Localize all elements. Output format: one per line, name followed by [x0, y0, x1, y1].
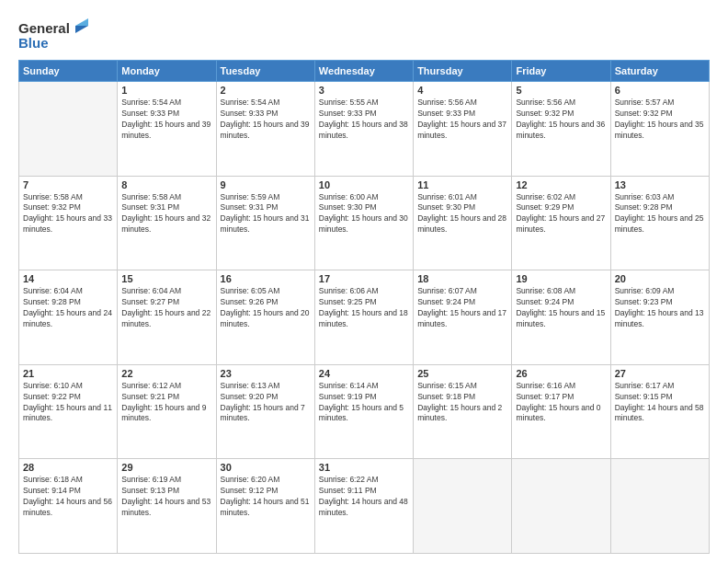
cell-info: Sunrise: 6:15 AMSunset: 9:18 PMDaylight:…: [417, 381, 507, 425]
cell-info: Sunrise: 6:00 AMSunset: 9:30 PMDaylight:…: [319, 192, 409, 236]
cell-info: Sunrise: 6:05 AMSunset: 9:26 PMDaylight:…: [221, 286, 311, 330]
day-number: 23: [221, 368, 311, 379]
weekday-sunday: Sunday: [19, 61, 118, 82]
calendar-row-1: 1Sunrise: 5:54 AMSunset: 9:33 PMDaylight…: [19, 82, 710, 177]
cell-info: Sunrise: 6:20 AMSunset: 9:12 PMDaylight:…: [221, 475, 311, 519]
calendar-cell: 31Sunrise: 6:22 AMSunset: 9:11 PMDayligh…: [314, 459, 413, 554]
calendar-cell: 29Sunrise: 6:19 AMSunset: 9:13 PMDayligh…: [118, 459, 216, 554]
logo-general: General: [18, 20, 70, 36]
header: General Blue: [18, 17, 710, 51]
weekday-wednesday: Wednesday: [314, 61, 413, 82]
cell-info: Sunrise: 6:04 AMSunset: 9:27 PMDaylight:…: [121, 286, 211, 330]
cell-info: Sunrise: 6:03 AMSunset: 9:28 PMDaylight:…: [615, 192, 705, 236]
cell-info: Sunrise: 6:12 AMSunset: 9:21 PMDaylight:…: [121, 381, 211, 425]
cell-info: Sunrise: 5:54 AMSunset: 9:33 PMDaylight:…: [221, 98, 311, 142]
day-number: 21: [23, 368, 113, 379]
calendar-cell: 11Sunrise: 6:01 AMSunset: 9:30 PMDayligh…: [414, 176, 512, 270]
day-number: 22: [121, 368, 211, 379]
calendar-cell: [512, 459, 610, 554]
day-number: 17: [319, 273, 409, 284]
calendar-cell: 15Sunrise: 6:04 AMSunset: 9:27 PMDayligh…: [118, 270, 216, 365]
logo: General Blue: [18, 17, 92, 51]
calendar-table: SundayMondayTuesdayWednesdayThursdayFrid…: [18, 60, 710, 554]
cell-info: Sunrise: 6:10 AMSunset: 9:22 PMDaylight:…: [23, 381, 113, 425]
day-number: 8: [121, 179, 211, 190]
day-number: 9: [221, 179, 311, 190]
cell-info: Sunrise: 6:04 AMSunset: 9:28 PMDaylight:…: [23, 286, 113, 330]
cell-info: Sunrise: 6:02 AMSunset: 9:29 PMDaylight:…: [516, 192, 606, 236]
day-number: 12: [516, 179, 606, 190]
calendar-cell: 25Sunrise: 6:15 AMSunset: 9:18 PMDayligh…: [414, 364, 512, 459]
calendar-cell: 16Sunrise: 6:05 AMSunset: 9:26 PMDayligh…: [216, 270, 314, 365]
day-number: 26: [516, 368, 606, 379]
cell-info: Sunrise: 6:16 AMSunset: 9:17 PMDaylight:…: [516, 381, 606, 425]
day-number: 14: [23, 273, 113, 284]
calendar-cell: 13Sunrise: 6:03 AMSunset: 9:28 PMDayligh…: [610, 176, 709, 270]
calendar-cell: 2Sunrise: 5:54 AMSunset: 9:33 PMDaylight…: [216, 82, 314, 177]
calendar-cell: 21Sunrise: 6:10 AMSunset: 9:22 PMDayligh…: [19, 364, 118, 459]
calendar-cell: [414, 459, 512, 554]
day-number: 29: [121, 462, 211, 473]
day-number: 1: [121, 85, 211, 96]
cell-info: Sunrise: 5:58 AMSunset: 9:32 PMDaylight:…: [23, 192, 113, 236]
weekday-thursday: Thursday: [414, 61, 512, 82]
page: General Blue SundayMondayTuesdayWednesda…: [0, 0, 728, 563]
cell-info: Sunrise: 6:19 AMSunset: 9:13 PMDaylight:…: [121, 475, 211, 519]
day-number: 13: [615, 179, 705, 190]
calendar-cell: 26Sunrise: 6:16 AMSunset: 9:17 PMDayligh…: [512, 364, 610, 459]
calendar-cell: 23Sunrise: 6:13 AMSunset: 9:20 PMDayligh…: [216, 364, 314, 459]
weekday-friday: Friday: [512, 61, 610, 82]
calendar-cell: [610, 459, 709, 554]
cell-info: Sunrise: 6:14 AMSunset: 9:19 PMDaylight:…: [319, 381, 409, 425]
calendar-cell: 10Sunrise: 6:00 AMSunset: 9:30 PMDayligh…: [314, 176, 413, 270]
cell-info: Sunrise: 5:55 AMSunset: 9:33 PMDaylight:…: [319, 98, 409, 142]
calendar-cell: 12Sunrise: 6:02 AMSunset: 9:29 PMDayligh…: [512, 176, 610, 270]
calendar-cell: 8Sunrise: 5:58 AMSunset: 9:31 PMDaylight…: [118, 176, 216, 270]
cell-info: Sunrise: 5:56 AMSunset: 9:32 PMDaylight:…: [516, 98, 606, 142]
weekday-header-row: SundayMondayTuesdayWednesdayThursdayFrid…: [19, 61, 710, 82]
cell-info: Sunrise: 6:08 AMSunset: 9:24 PMDaylight:…: [516, 286, 606, 330]
weekday-tuesday: Tuesday: [216, 61, 314, 82]
calendar-cell: 22Sunrise: 6:12 AMSunset: 9:21 PMDayligh…: [118, 364, 216, 459]
weekday-saturday: Saturday: [610, 61, 709, 82]
calendar-cell: 28Sunrise: 6:18 AMSunset: 9:14 PMDayligh…: [19, 459, 118, 554]
calendar-cell: 5Sunrise: 5:56 AMSunset: 9:32 PMDaylight…: [512, 82, 610, 177]
day-number: 31: [319, 462, 409, 473]
calendar-cell: 30Sunrise: 6:20 AMSunset: 9:12 PMDayligh…: [216, 459, 314, 554]
day-number: 15: [121, 273, 211, 284]
calendar-row-2: 7Sunrise: 5:58 AMSunset: 9:32 PMDaylight…: [19, 176, 710, 270]
day-number: 7: [23, 179, 113, 190]
day-number: 3: [319, 85, 409, 96]
logo-blue: Blue: [18, 35, 49, 51]
cell-info: Sunrise: 6:09 AMSunset: 9:23 PMDaylight:…: [615, 286, 705, 330]
calendar-row-3: 14Sunrise: 6:04 AMSunset: 9:28 PMDayligh…: [19, 270, 710, 365]
calendar-cell: 4Sunrise: 5:56 AMSunset: 9:33 PMDaylight…: [414, 82, 512, 177]
calendar-cell: 3Sunrise: 5:55 AMSunset: 9:33 PMDaylight…: [314, 82, 413, 177]
svg-marker-0: [75, 26, 88, 33]
svg-marker-1: [75, 18, 88, 26]
calendar-cell: 1Sunrise: 5:54 AMSunset: 9:33 PMDaylight…: [118, 82, 216, 177]
cell-info: Sunrise: 6:13 AMSunset: 9:20 PMDaylight:…: [221, 381, 311, 425]
cell-info: Sunrise: 6:01 AMSunset: 9:30 PMDaylight:…: [417, 192, 507, 236]
day-number: 28: [23, 462, 113, 473]
calendar-cell: 17Sunrise: 6:06 AMSunset: 9:25 PMDayligh…: [314, 270, 413, 365]
calendar-row-5: 28Sunrise: 6:18 AMSunset: 9:14 PMDayligh…: [19, 459, 710, 554]
day-number: 2: [221, 85, 311, 96]
day-number: 27: [615, 368, 705, 379]
cell-info: Sunrise: 5:58 AMSunset: 9:31 PMDaylight:…: [121, 192, 211, 236]
cell-info: Sunrise: 5:56 AMSunset: 9:33 PMDaylight:…: [417, 98, 507, 142]
cell-info: Sunrise: 5:59 AMSunset: 9:31 PMDaylight:…: [221, 192, 311, 236]
day-number: 18: [417, 273, 507, 284]
day-number: 10: [319, 179, 409, 190]
cell-info: Sunrise: 6:06 AMSunset: 9:25 PMDaylight:…: [319, 286, 409, 330]
day-number: 5: [516, 85, 606, 96]
calendar-cell: 9Sunrise: 5:59 AMSunset: 9:31 PMDaylight…: [216, 176, 314, 270]
cell-info: Sunrise: 6:22 AMSunset: 9:11 PMDaylight:…: [319, 475, 409, 519]
day-number: 16: [221, 273, 311, 284]
day-number: 19: [516, 273, 606, 284]
day-number: 30: [221, 462, 311, 473]
calendar-cell: 14Sunrise: 6:04 AMSunset: 9:28 PMDayligh…: [19, 270, 118, 365]
calendar-cell: [19, 82, 118, 177]
calendar-cell: 20Sunrise: 6:09 AMSunset: 9:23 PMDayligh…: [610, 270, 709, 365]
calendar-cell: 27Sunrise: 6:17 AMSunset: 9:15 PMDayligh…: [610, 364, 709, 459]
